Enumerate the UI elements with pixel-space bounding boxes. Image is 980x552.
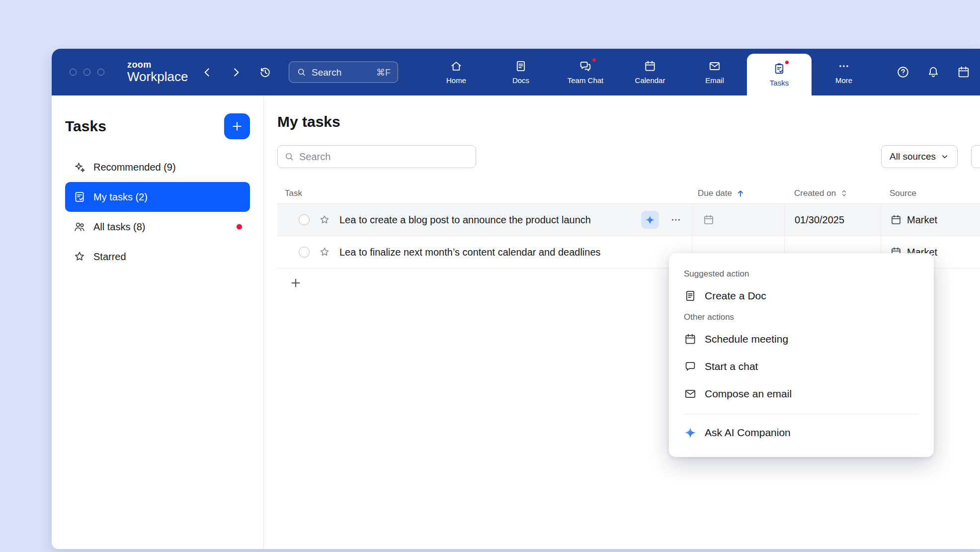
global-search-label: Search: [312, 67, 341, 78]
column-task-label: Task: [285, 188, 302, 198]
history-button[interactable]: [258, 66, 272, 79]
task-controls: All sources: [277, 145, 980, 168]
ellipsis-icon: [670, 214, 682, 226]
menu-section-header: Suggested action: [684, 269, 920, 279]
menu-item-start-chat[interactable]: Start a chat: [683, 353, 920, 380]
window-controls: [70, 69, 104, 76]
add-task-button[interactable]: [289, 276, 302, 289]
column-created-label: Created on: [794, 188, 836, 198]
sources-filter-dropdown[interactable]: All sources: [881, 145, 958, 168]
nav-tasks-label: Tasks: [770, 79, 789, 87]
source-doc-icon: [890, 214, 902, 226]
star-icon[interactable]: [319, 246, 330, 258]
menu-item-label: Compose an email: [705, 388, 792, 400]
column-created-on[interactable]: Created on: [784, 188, 881, 198]
ai-actions-menu: Suggested action Create a Doc Other acti…: [669, 253, 934, 457]
page-title: My tasks: [277, 113, 980, 130]
nav-home[interactable]: Home: [424, 49, 489, 95]
nav-team-chat-label: Team Chat: [568, 76, 604, 85]
menu-item-label: Ask AI Companion: [705, 427, 791, 439]
chevron-right-icon: [230, 66, 243, 79]
nav-docs-label: Docs: [512, 76, 529, 85]
more-dots-icon: [837, 60, 850, 73]
calendar-icon: [684, 333, 697, 346]
new-task-button[interactable]: [224, 113, 250, 139]
sidebar-item-starred[interactable]: Starred: [65, 242, 250, 272]
sidebar-item-all-tasks[interactable]: All tasks (8): [65, 212, 250, 242]
logo-zoom-text: zoom: [127, 60, 188, 70]
back-button[interactable]: [201, 66, 214, 79]
logo-workplace-text: Workplace: [127, 70, 188, 84]
menu-section-header: Other actions: [684, 312, 920, 322]
nav-docs[interactable]: Docs: [489, 49, 553, 95]
task-search-box: [277, 145, 476, 168]
star-icon[interactable]: [319, 214, 330, 226]
ai-companion-button[interactable]: [641, 211, 659, 229]
chevron-left-icon: [201, 66, 214, 79]
mini-calendar-panel-button[interactable]: [957, 65, 971, 79]
task-search-input[interactable]: [299, 151, 470, 163]
nav-calendar-label: Calendar: [635, 76, 665, 85]
docs-icon: [514, 60, 527, 73]
help-button[interactable]: [896, 65, 910, 79]
menu-item-label: Start a chat: [705, 361, 758, 372]
global-search-field[interactable]: Search ⌘F: [289, 62, 398, 83]
team-chat-badge: [591, 57, 597, 63]
plus-icon: [231, 120, 244, 133]
task-list-check-icon: [73, 190, 86, 203]
home-icon: [450, 60, 463, 73]
topbar-utilities: [896, 65, 971, 79]
menu-item-compose-email[interactable]: Compose an email: [683, 380, 920, 407]
envelope-icon: [684, 387, 697, 400]
menu-divider: [684, 414, 919, 414]
tasks-sidebar: Tasks Recommended (9): [52, 95, 264, 549]
history-navigation: [201, 66, 272, 79]
sidebar-item-label: All tasks (8): [93, 221, 145, 233]
doc-icon: [684, 289, 697, 302]
nav-tasks[interactable]: Tasks: [747, 54, 812, 95]
nav-team-chat[interactable]: Team Chat: [553, 49, 618, 95]
menu-item-create-doc[interactable]: Create a Doc: [683, 282, 920, 309]
menu-item-label: Create a Doc: [705, 290, 766, 302]
nav-calendar[interactable]: Calendar: [618, 49, 682, 95]
column-due-date[interactable]: Due date: [692, 188, 784, 198]
filter-button-partial[interactable]: [971, 145, 980, 168]
notifications-button[interactable]: [926, 65, 940, 79]
plus-icon: [289, 276, 302, 289]
column-source[interactable]: Source: [881, 188, 980, 198]
task-row[interactable]: Lea to create a blog post to announce th…: [277, 204, 980, 236]
window-minimize-button[interactable]: [83, 69, 90, 76]
row-more-button[interactable]: [670, 214, 682, 226]
team-chat-icon: [579, 60, 592, 73]
sidebar-item-recommended[interactable]: Recommended (9): [65, 152, 250, 182]
menu-item-ask-ai-companion[interactable]: Ask AI Companion: [683, 419, 920, 446]
sort-toggle-icon: [839, 188, 849, 198]
window-close-button[interactable]: [70, 69, 77, 76]
menu-item-label: Schedule meeting: [705, 333, 788, 345]
nav-email[interactable]: Email: [682, 49, 747, 95]
row-tools: [641, 211, 692, 229]
all-tasks-badge: [237, 224, 242, 230]
chat-bubble-icon: [684, 360, 697, 373]
add-due-date-icon[interactable]: [703, 214, 715, 226]
task-title: Lea to finalize next month’s content cal…: [339, 247, 601, 258]
menu-item-schedule-meeting[interactable]: Schedule meeting: [683, 325, 920, 353]
task-checkbox[interactable]: [299, 214, 310, 225]
forward-button[interactable]: [230, 66, 243, 79]
sidebar-item-label: Recommended (9): [93, 162, 176, 173]
sidebar-item-my-tasks[interactable]: My tasks (2): [65, 182, 250, 212]
topbar: zoom Workplace: [52, 49, 980, 95]
column-source-label: Source: [890, 188, 916, 198]
task-checkbox[interactable]: [299, 247, 310, 258]
nav-more-label: More: [835, 76, 852, 85]
nav-more[interactable]: More: [812, 49, 876, 95]
search-icon: [296, 67, 307, 78]
desktop-background: zoom Workplace: [0, 0, 980, 552]
sources-filter-label: All sources: [890, 151, 936, 162]
star-icon: [73, 250, 86, 263]
window-zoom-button[interactable]: [97, 69, 104, 76]
sidebar-list: Recommended (9) My tasks (2) All tasks (…: [65, 152, 250, 272]
sort-ascending-icon: [735, 188, 745, 198]
sidebar-title: Tasks: [65, 118, 106, 135]
email-icon: [708, 60, 721, 73]
